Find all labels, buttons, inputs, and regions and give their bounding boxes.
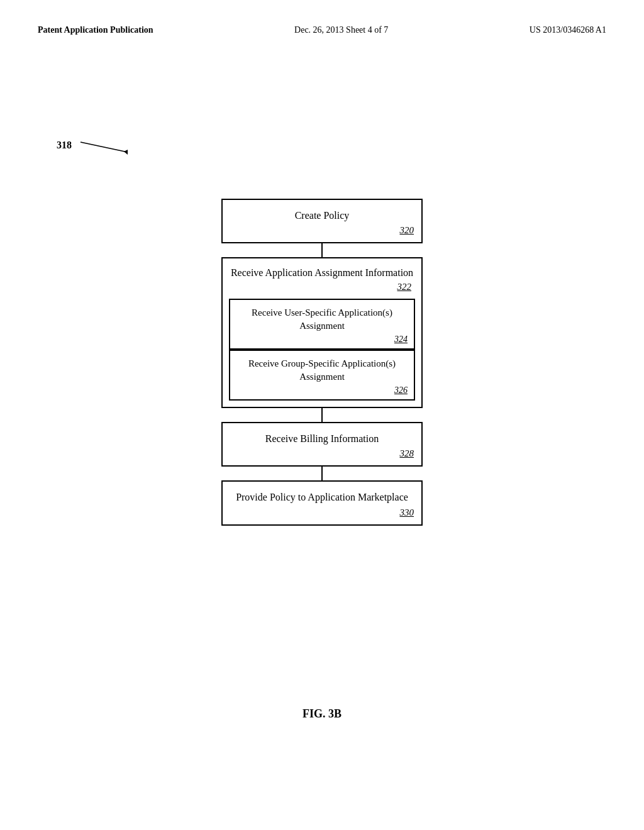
provide-policy-text: Provide Policy to Application Marketplac… [230, 490, 414, 504]
ref-318-label: 318 [57, 140, 72, 151]
receive-assignment-ref: 322 [230, 282, 414, 292]
diagram-area: 318 Create Policy 320 Receive Applicatio… [0, 35, 644, 758]
connector-2 [321, 408, 323, 422]
receive-group-specific-box: Receive Group-Specific Application(s) As… [229, 350, 415, 401]
provide-policy-ref: 330 [230, 507, 414, 518]
provide-policy-box: Provide Policy to Application Marketplac… [221, 480, 423, 525]
receive-assignment-header: Receive Application Assignment Informati… [223, 258, 421, 294]
header-right: US 2013/0346268 A1 [530, 25, 606, 35]
create-policy-ref: 320 [230, 225, 414, 236]
header-center: Dec. 26, 2013 Sheet 4 of 7 [294, 25, 388, 35]
receive-assignment-text: Receive Application Assignment Informati… [231, 267, 413, 278]
receive-billing-ref: 328 [230, 448, 414, 459]
connector-1 [321, 243, 323, 257]
create-policy-box: Create Policy 320 [221, 199, 423, 243]
receive-user-specific-box: Receive User-Specific Application(s) Ass… [229, 299, 415, 350]
inner-boxes-container: Receive User-Specific Application(s) Ass… [229, 299, 415, 401]
create-policy-text: Create Policy [230, 209, 414, 223]
receive-billing-text: Receive Billing Information [230, 432, 414, 446]
receive-user-specific-text: Receive User-Specific Application(s) Ass… [236, 306, 408, 333]
figure-label: FIG. 3B [303, 707, 341, 721]
page-header: Patent Application Publication Dec. 26, … [0, 0, 644, 35]
header-left: Patent Application Publication [38, 25, 153, 35]
reference-318: 318 [57, 136, 131, 155]
flowchart: Create Policy 320 Receive Application As… [221, 199, 423, 526]
receive-group-specific-ref: 326 [236, 385, 408, 396]
receive-user-specific-ref: 324 [236, 335, 408, 345]
receive-group-specific-text: Receive Group-Specific Application(s) As… [236, 357, 408, 384]
ref-318-arrow [74, 136, 131, 155]
svg-line-0 [80, 142, 128, 152]
connector-3 [321, 467, 323, 480]
svg-marker-1 [124, 150, 128, 155]
receive-billing-box: Receive Billing Information 328 [221, 422, 423, 467]
receive-assignment-outer-box: Receive Application Assignment Informati… [221, 257, 423, 407]
